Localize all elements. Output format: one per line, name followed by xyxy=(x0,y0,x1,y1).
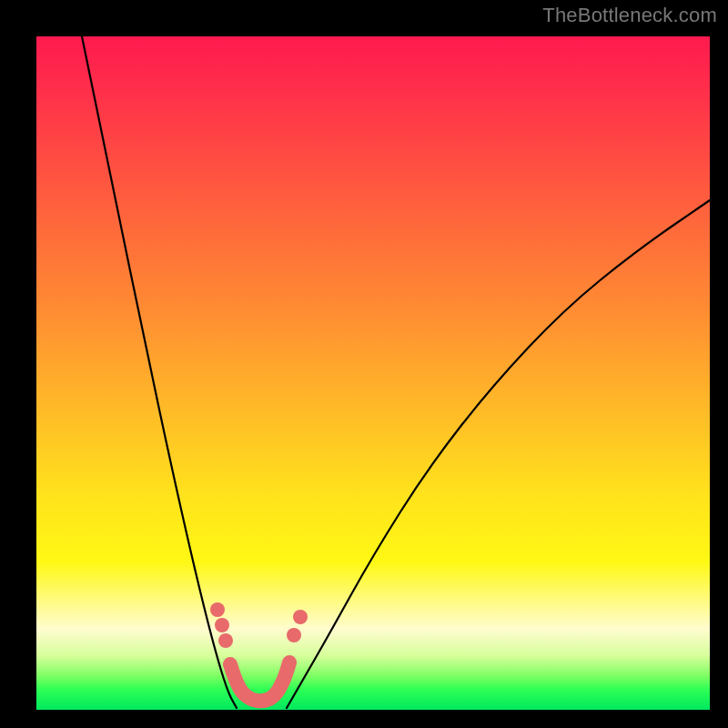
left-marker-lower xyxy=(218,633,233,648)
left-marker-upper xyxy=(210,602,225,617)
curve-layer xyxy=(36,36,710,710)
chart-frame: TheBottleneck.com xyxy=(0,0,728,728)
valley-worm xyxy=(230,662,289,701)
right-marker-lower xyxy=(287,628,301,642)
right-curve xyxy=(287,200,710,708)
right-marker-upper xyxy=(293,610,308,624)
watermark-text: TheBottleneck.com xyxy=(542,4,717,27)
left-marker-mid xyxy=(215,618,229,632)
marker-group xyxy=(210,602,308,648)
